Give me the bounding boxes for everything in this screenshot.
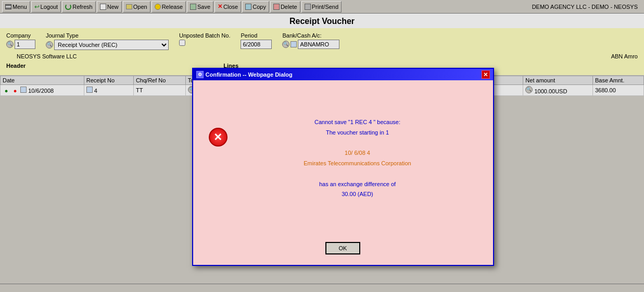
ok-button[interactable]: OK (325, 242, 361, 254)
dialog-inner: ✕ Cannot save "1 REC 4 " because: The vo… (209, 117, 477, 200)
dialog-msg-line5: has an exchange difference of (238, 179, 477, 190)
dialog-window: ⚙ Confirmation -- Webpage Dialog ✕ ✕ Can… (192, 68, 494, 266)
dialog-msg-line6: 30.00 (AED) (238, 189, 477, 200)
dialog-msg-line2: The voucher starting in 1 (238, 128, 477, 138)
dialog-title-icon: ⚙ (196, 71, 204, 78)
dialog-footer: OK (193, 237, 493, 265)
dialog-close-button[interactable]: ✕ (482, 70, 490, 79)
dialog-msg-line1: Cannot save "1 REC 4 " because: (238, 117, 477, 128)
dialog-message: Cannot save "1 REC 4 " because: The vouc… (238, 117, 477, 200)
dialog-titlebar: ⚙ Confirmation -- Webpage Dialog ✕ (193, 69, 493, 80)
dialog-title: ⚙ Confirmation -- Webpage Dialog (196, 71, 293, 78)
dialog-msg-line4: Emirates Telecommunications Corporation (238, 159, 477, 169)
dialog-body: ✕ Cannot save "1 REC 4 " because: The vo… (193, 80, 493, 237)
dialog-msg-line3: 10/ 6/08 4 (238, 148, 477, 159)
error-icon: ✕ (209, 128, 228, 147)
dialog-overlay: ⚙ Confirmation -- Webpage Dialog ✕ ✕ Can… (0, 0, 644, 292)
